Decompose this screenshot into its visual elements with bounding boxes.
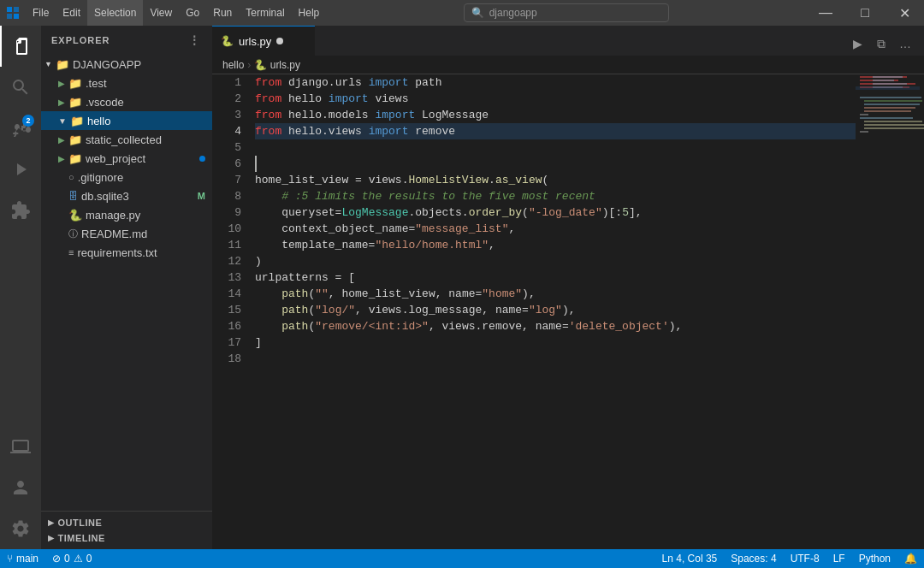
search-box[interactable]: 🔍 djangoapp xyxy=(464,3,669,22)
ln-8: 8 xyxy=(212,188,248,204)
more-actions-button[interactable]: … xyxy=(893,32,917,56)
menu-bar: File Edit Selection View Go Run Terminal… xyxy=(26,0,326,26)
bell-icon: 🔔 xyxy=(904,553,917,565)
menu-selection[interactable]: Selection xyxy=(87,0,143,26)
outline-label: OUTLINE xyxy=(58,518,103,528)
status-bar: ⑂ main ⊘ 0 ⚠ 0 Ln 4, Col 35 Spaces: 4 UT… xyxy=(0,549,924,568)
menu-file[interactable]: File xyxy=(26,0,56,26)
svg-rect-16 xyxy=(864,107,915,109)
folder-icon: 📁 xyxy=(68,77,82,90)
tree-item-hello[interactable]: ▼ 📁 hello xyxy=(41,111,212,130)
activity-explorer[interactable] xyxy=(0,26,41,67)
tree-item-test[interactable]: ▶ 📁 .test xyxy=(41,74,212,92)
tree-item-gitignore[interactable]: ○ .gitignore xyxy=(41,168,212,186)
folder-chevron-open: ▼ xyxy=(58,116,67,126)
code-line-7: home_list_view = views.HomeListView.as_v… xyxy=(255,172,856,188)
file-icon: 🗄 xyxy=(68,191,78,201)
window-controls: — □ ✕ xyxy=(806,0,924,26)
tree-item-sqlite[interactable]: 🗄 db.sqlite3 M xyxy=(41,186,212,205)
svg-rect-0 xyxy=(7,7,12,12)
close-button[interactable]: ✕ xyxy=(885,0,924,26)
tree-item-requirements[interactable]: ≡ requirements.txt xyxy=(41,243,212,262)
activity-remote[interactable] xyxy=(0,426,41,467)
tree-item-vscode[interactable]: ▶ 📁 .vscode xyxy=(41,92,212,111)
code-editor[interactable]: 1 2 3 4 5 6 7 8 9 10 11 12 13 14 15 16 1… xyxy=(212,74,924,549)
code-line-17: ] xyxy=(255,334,856,351)
branch-icon: ⑂ xyxy=(7,553,13,565)
code-text: hello xyxy=(281,91,329,107)
code-content[interactable]: from django.urls import path from hello … xyxy=(255,74,856,549)
folder-chevron: ▶ xyxy=(58,79,65,88)
ln-15: 15 xyxy=(212,302,248,318)
ln-11: 11 xyxy=(212,237,248,253)
run-button[interactable]: ▶ xyxy=(845,32,869,56)
ln-17: 17 xyxy=(212,334,248,351)
tab-urls-py[interactable]: 🐍 urls.py xyxy=(212,26,315,56)
language-item[interactable]: Python xyxy=(852,553,897,565)
minimap-svg xyxy=(856,74,924,417)
sidebar-actions: ⋮ xyxy=(187,33,202,48)
tree-item-readme[interactable]: ⓘ README.md xyxy=(41,224,212,243)
info-icon: ⓘ xyxy=(68,228,78,240)
ln-14: 14 xyxy=(212,286,248,302)
breadcrumb-file[interactable]: 🐍 urls.py xyxy=(254,59,300,71)
new-file-icon[interactable]: ⋮ xyxy=(187,33,202,48)
menu-go[interactable]: Go xyxy=(179,0,206,26)
errors-item[interactable]: ⊘ 0 ⚠ 0 xyxy=(45,549,98,568)
ln-5: 5 xyxy=(212,139,248,156)
code-line-13: urlpatterns = [ xyxy=(255,269,856,286)
encoding-item[interactable]: UTF-8 xyxy=(784,553,826,565)
outline-chevron: ▶ xyxy=(48,518,55,527)
branch-item[interactable]: ⑂ main xyxy=(0,549,45,568)
svg-rect-7 xyxy=(873,80,894,81)
svg-rect-21 xyxy=(864,124,924,126)
activity-accounts[interactable] xyxy=(0,467,41,508)
activity-source-control[interactable]: 2 xyxy=(0,108,41,149)
tab-filename: urls.py xyxy=(239,35,271,48)
menu-run[interactable]: Run xyxy=(206,0,239,26)
status-right: Ln 4, Col 35 Spaces: 4 UTF-8 LF Python 🔔 xyxy=(655,553,924,565)
svg-rect-2 xyxy=(7,14,12,19)
activity-run[interactable] xyxy=(0,149,41,190)
tree-project-root[interactable]: ▼ 📁 DJANGOAPP xyxy=(41,55,212,74)
file-icon: ≡ xyxy=(68,247,74,257)
item-label: .vscode xyxy=(86,96,124,109)
tab-file-icon: 🐍 xyxy=(221,35,234,47)
menu-help[interactable]: Help xyxy=(292,0,327,26)
maximize-button[interactable]: □ xyxy=(845,0,885,26)
line-ending-item[interactable]: LF xyxy=(826,553,852,565)
menu-view[interactable]: View xyxy=(143,0,179,26)
code-line-15: path("log/", views.log_message, name="lo… xyxy=(255,302,856,318)
breadcrumb-hello[interactable]: hello xyxy=(222,59,244,71)
ln-1: 1 xyxy=(212,74,248,91)
app-icon xyxy=(0,0,26,26)
code-line-10: context_object_name="message_list", xyxy=(255,221,856,237)
line-col-item[interactable]: Ln 4, Col 35 xyxy=(655,553,725,565)
ln-3: 3 xyxy=(212,107,248,123)
code-text: views xyxy=(369,91,409,107)
activity-extensions[interactable] xyxy=(0,190,41,231)
activity-search[interactable] xyxy=(0,67,41,108)
modified-badge: M xyxy=(198,191,205,201)
item-label: db.sqlite3 xyxy=(81,190,198,203)
tree-item-static[interactable]: ▶ 📁 static_collected xyxy=(41,130,212,149)
menu-edit[interactable]: Edit xyxy=(56,0,87,26)
activity-settings[interactable] xyxy=(0,508,41,549)
item-label: web_project xyxy=(86,152,199,165)
tree-item-web-project[interactable]: ▶ 📁 web_project xyxy=(41,149,212,168)
minimize-button[interactable]: — xyxy=(806,0,845,26)
split-editor-button[interactable]: ⧉ xyxy=(869,32,893,56)
item-label: .test xyxy=(86,77,107,90)
ln-6: 6 xyxy=(212,156,248,172)
tree-item-manage[interactable]: 🐍 manage.py xyxy=(41,205,212,224)
menu-terminal[interactable]: Terminal xyxy=(239,0,291,26)
spaces-item[interactable]: Spaces: 4 xyxy=(724,553,783,565)
notifications-item[interactable]: 🔔 xyxy=(897,553,924,565)
code-text: path xyxy=(408,74,441,91)
code-line-5 xyxy=(255,139,856,156)
status-left: ⑂ main ⊘ 0 ⚠ 0 xyxy=(0,549,98,568)
outline-section[interactable]: ▶ OUTLINE xyxy=(41,515,212,530)
code-line-14: path("", home_list_view, name="home"), xyxy=(255,286,856,302)
timeline-section[interactable]: ▶ TIMELINE xyxy=(41,530,212,546)
svg-rect-5 xyxy=(873,76,903,78)
